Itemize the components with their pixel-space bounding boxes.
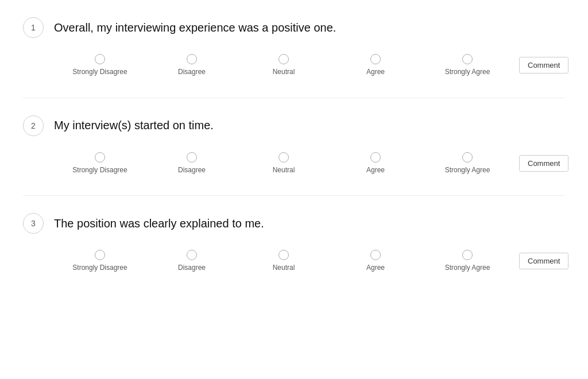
comment-button-q2[interactable]: Comment xyxy=(519,155,568,172)
option-label-q2-1: Strongly Disagree xyxy=(72,166,127,175)
question-text-1: Overall, my interviewing experience was … xyxy=(54,21,336,34)
option-label-q1-5: Strongly Agree xyxy=(445,68,490,77)
answer-row-1: Strongly DisagreeDisagreeNeutralAgreeStr… xyxy=(23,54,565,77)
radio-circle-q2-3[interactable] xyxy=(278,152,289,163)
answer-option-q3-3[interactable]: Neutral xyxy=(238,250,330,273)
question-block-3: 3The position was clearly explained to m… xyxy=(23,213,565,273)
question-text-3: The position was clearly explained to me… xyxy=(54,217,264,230)
answer-option-q3-4[interactable]: Agree xyxy=(330,250,421,273)
answer-option-q2-1[interactable]: Strongly Disagree xyxy=(54,152,146,175)
answer-option-q1-5[interactable]: Strongly Agree xyxy=(421,54,513,77)
question-header-1: 1Overall, my interviewing experience was… xyxy=(23,17,565,38)
radio-circle-q1-2[interactable] xyxy=(187,54,197,64)
comment-button-q3[interactable]: Comment xyxy=(519,253,568,269)
question-number-1: 1 xyxy=(23,17,44,38)
radio-circle-q3-4[interactable] xyxy=(370,250,381,260)
answer-option-q3-2[interactable]: Disagree xyxy=(146,250,238,273)
answer-row-2: Strongly DisagreeDisagreeNeutralAgreeStr… xyxy=(23,152,565,175)
question-block-1: 1Overall, my interviewing experience was… xyxy=(23,17,565,77)
answer-option-q2-5[interactable]: Strongly Agree xyxy=(421,152,513,175)
divider-1 xyxy=(23,98,565,98)
radio-circle-q3-1[interactable] xyxy=(95,250,105,260)
answer-options-2: Strongly DisagreeDisagreeNeutralAgreeStr… xyxy=(54,152,513,175)
answer-option-q1-3[interactable]: Neutral xyxy=(238,54,330,77)
question-number-3: 3 xyxy=(23,213,44,234)
answer-option-q2-2[interactable]: Disagree xyxy=(146,152,238,175)
option-label-q1-2: Disagree xyxy=(178,68,206,77)
option-label-q3-2: Disagree xyxy=(178,264,206,273)
radio-circle-q3-3[interactable] xyxy=(278,250,289,260)
radio-circle-q3-5[interactable] xyxy=(462,250,473,260)
option-label-q1-4: Agree xyxy=(366,68,385,77)
question-number-2: 2 xyxy=(23,115,44,136)
answer-row-3: Strongly DisagreeDisagreeNeutralAgreeStr… xyxy=(23,250,565,273)
question-block-2: 2My interview(s) started on time.Strongl… xyxy=(23,115,565,175)
answer-option-q1-4[interactable]: Agree xyxy=(330,54,421,77)
option-label-q2-4: Agree xyxy=(366,166,385,175)
option-label-q3-3: Neutral xyxy=(273,264,295,273)
radio-circle-q2-5[interactable] xyxy=(462,152,473,163)
divider-2 xyxy=(23,195,565,196)
radio-circle-q1-3[interactable] xyxy=(278,54,289,64)
question-text-2: My interview(s) started on time. xyxy=(54,119,214,132)
option-label-q3-1: Strongly Disagree xyxy=(72,264,127,273)
option-label-q2-2: Disagree xyxy=(178,166,206,175)
answer-options-3: Strongly DisagreeDisagreeNeutralAgreeStr… xyxy=(54,250,513,273)
radio-circle-q2-4[interactable] xyxy=(370,152,381,163)
radio-circle-q1-1[interactable] xyxy=(95,54,105,64)
comment-button-q1[interactable]: Comment xyxy=(519,57,568,74)
radio-circle-q3-2[interactable] xyxy=(187,250,197,260)
question-header-2: 2My interview(s) started on time. xyxy=(23,115,565,136)
option-label-q3-4: Agree xyxy=(366,264,385,273)
option-label-q2-3: Neutral xyxy=(273,166,295,175)
answer-option-q3-1[interactable]: Strongly Disagree xyxy=(54,250,146,273)
option-label-q1-3: Neutral xyxy=(273,68,295,77)
radio-circle-q2-1[interactable] xyxy=(95,152,105,163)
answer-option-q2-3[interactable]: Neutral xyxy=(238,152,330,175)
answer-options-1: Strongly DisagreeDisagreeNeutralAgreeStr… xyxy=(54,54,513,77)
answer-option-q1-2[interactable]: Disagree xyxy=(146,54,238,77)
option-label-q1-1: Strongly Disagree xyxy=(72,68,127,77)
radio-circle-q1-4[interactable] xyxy=(370,54,381,64)
answer-option-q1-1[interactable]: Strongly Disagree xyxy=(54,54,146,77)
option-label-q2-5: Strongly Agree xyxy=(445,166,490,175)
answer-option-q2-4[interactable]: Agree xyxy=(330,152,421,175)
radio-circle-q1-5[interactable] xyxy=(462,54,473,64)
option-label-q3-5: Strongly Agree xyxy=(445,264,490,273)
question-header-3: 3The position was clearly explained to m… xyxy=(23,213,565,234)
answer-option-q3-5[interactable]: Strongly Agree xyxy=(421,250,513,273)
survey-container: 1Overall, my interviewing experience was… xyxy=(23,17,565,273)
radio-circle-q2-2[interactable] xyxy=(187,152,197,163)
